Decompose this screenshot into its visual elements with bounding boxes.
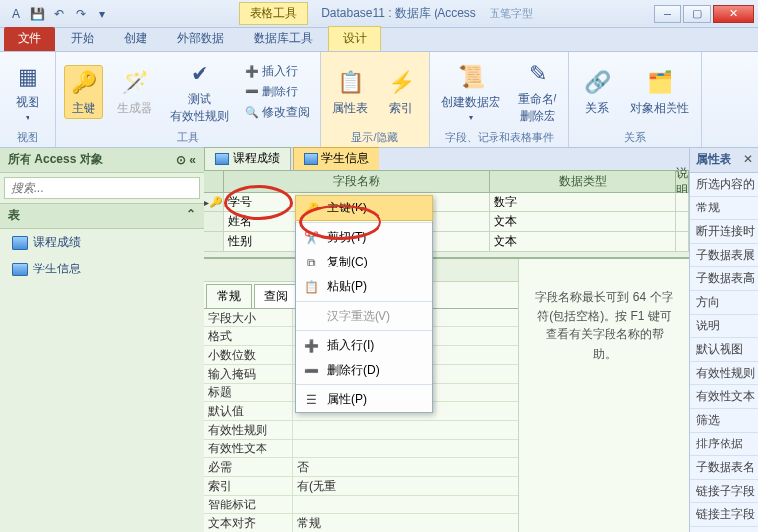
builder-button[interactable]: 🪄生成器 [113, 65, 156, 119]
propsheet-row[interactable]: 说明 [690, 315, 758, 338]
qat-dropdown-icon[interactable]: ▾ [92, 4, 112, 24]
delete-row-icon: ➖ [302, 364, 320, 378]
ctx-delete-row[interactable]: ➖删除行(D) [296, 358, 432, 383]
group-tools: 工具 [177, 128, 199, 147]
fp-row[interactable]: 有效性规则 [204, 421, 518, 440]
field-row[interactable]: 姓名 文本 [204, 212, 689, 232]
fp-row[interactable]: 索引有(无重 [204, 477, 518, 496]
properties-icon: ☰ [302, 393, 320, 407]
row-selector[interactable] [204, 232, 224, 251]
ctx-label: 插入行(I) [327, 337, 374, 354]
ctx-copy[interactable]: ⧉复制(C) [296, 250, 432, 274]
propsheet-row[interactable]: 方向 [690, 291, 758, 315]
data-type-cell[interactable]: 数字 [490, 193, 676, 211]
fp-value[interactable]: 有(无重 [293, 477, 518, 495]
propsheet-row[interactable]: 筛选 [690, 409, 758, 433]
delete-rows-button[interactable]: ➖删除行 [243, 83, 312, 101]
propsheet-row[interactable]: 有效性文本 [690, 385, 758, 409]
propsheet-row[interactable]: 子数据表名 [690, 456, 758, 480]
ctx-properties[interactable]: ☰属性(P) [296, 387, 432, 412]
datasheet-icon: ▦ [12, 61, 43, 92]
ctx-paste[interactable]: 📋粘贴(P) [296, 274, 432, 299]
fp-value[interactable]: 常规 [293, 514, 518, 532]
field-row[interactable]: 性别 文本 [204, 232, 689, 252]
fp-row[interactable]: 文本对齐常规 [204, 514, 518, 532]
description-cell[interactable] [676, 193, 689, 211]
create-data-macro-button[interactable]: 📜创建数据宏▾ [437, 59, 504, 124]
propsheet-row[interactable]: 链接主字段 [690, 503, 758, 527]
description-cell[interactable] [676, 212, 689, 231]
nav-title: 所有 Access 对象 [8, 151, 103, 168]
relationships-button[interactable]: 🔗关系 [577, 65, 616, 119]
ctx-primary-key[interactable]: 🔑主键(K) [295, 195, 433, 221]
object-tab-courses[interactable]: 课程成绩 [204, 147, 291, 170]
tab-external-data[interactable]: 外部数据 [163, 27, 238, 51]
description-cell[interactable] [676, 232, 689, 251]
insert-rows-button[interactable]: ➕插入行 [243, 62, 312, 81]
propsheet-row[interactable]: 断开连接时 [690, 220, 758, 244]
field-row[interactable]: 🔑 学号 数字 [204, 193, 689, 212]
fp-tab-lookup[interactable]: 查阅 [254, 284, 299, 308]
nav-item-students[interactable]: 学生信息 [0, 256, 204, 282]
propsheet-row[interactable]: 子数据表高 [690, 267, 758, 291]
redo-icon[interactable]: ↷ [71, 4, 90, 24]
fp-tab-general[interactable]: 常规 [206, 284, 252, 308]
fp-row[interactable]: 智能标记 [204, 496, 518, 514]
close-button[interactable]: ✕ [713, 5, 754, 23]
primary-key-button[interactable]: 🔑主键 [64, 65, 103, 119]
col-data-type: 数据类型 [490, 171, 676, 192]
propsheet-row[interactable]: 链接子字段 [690, 480, 758, 503]
fp-label: 文本对齐 [204, 514, 293, 532]
fp-value[interactable] [293, 440, 518, 457]
fp-value[interactable] [293, 496, 518, 513]
view-button[interactable]: ▦视图▾ [8, 59, 47, 124]
propsheet-row[interactable]: 加载时的筛 [690, 527, 758, 532]
ctx-insert-row[interactable]: ➕插入行(I) [296, 333, 432, 358]
propsheet-row[interactable]: 默认视图 [690, 338, 758, 362]
macro-icon: 📜 [455, 61, 487, 92]
lookup-icon: 🔍 [245, 105, 259, 119]
rename-delete-macro-button[interactable]: ✎重命名/ 删除宏 [514, 56, 560, 127]
table-icon [12, 236, 28, 250]
group-showhide: 显示/隐藏 [351, 128, 397, 147]
fp-value[interactable]: 否 [293, 458, 518, 476]
fp-row[interactable]: 有效性文本 [204, 440, 518, 458]
data-type-cell[interactable]: 文本 [490, 212, 676, 231]
tab-design[interactable]: 设计 [328, 26, 381, 51]
undo-icon[interactable]: ↶ [49, 4, 69, 24]
ctx-cut[interactable]: ✂️剪切(T) [296, 225, 432, 250]
group-views: 视图 [17, 128, 38, 147]
maximize-button[interactable]: ▢ [683, 5, 711, 23]
row-selector[interactable] [204, 212, 224, 231]
indexes-button[interactable]: ⚡索引 [381, 65, 421, 119]
minimize-button[interactable]: ─ [654, 5, 681, 23]
propsheet-row[interactable]: 常规 [690, 197, 758, 220]
test-rules-button[interactable]: ✔︎测试 有效性规则 [166, 56, 233, 127]
search-input[interactable] [4, 177, 200, 199]
nav-header[interactable]: 所有 Access 对象 ⊙ « [0, 148, 204, 173]
ribbon-tabs: 文件 开始 创建 外部数据 数据库工具 设计 [0, 28, 758, 51]
tab-file[interactable]: 文件 [4, 27, 55, 51]
fp-row[interactable]: 必需否 [204, 458, 518, 477]
propsheet-row[interactable]: 有效性规则 [690, 362, 758, 385]
data-type-cell[interactable]: 文本 [490, 232, 676, 251]
access-app-icon[interactable]: A [6, 4, 26, 24]
nav-group-tables[interactable]: 表 ⌃ [0, 203, 204, 229]
tab-home[interactable]: 开始 [57, 27, 108, 51]
row-selector[interactable]: 🔑 [204, 193, 224, 211]
fp-value[interactable] [293, 421, 518, 439]
close-tab-button[interactable]: ✕ [740, 151, 756, 167]
object-tab-students[interactable]: 学生信息 [293, 147, 379, 170]
nav-collapse-icon[interactable]: ⊙ « [176, 153, 196, 167]
save-icon[interactable]: 💾 [28, 4, 47, 24]
propsheet-row[interactable]: 子数据表展 [690, 244, 758, 267]
property-sheet-button[interactable]: 📋属性表 [328, 65, 372, 119]
object-dependencies-button[interactable]: 🗂️对象相关性 [626, 65, 693, 119]
nav-item-courses[interactable]: 课程成绩 [0, 229, 204, 256]
fp-label: 智能标记 [204, 496, 293, 513]
propsheet-row[interactable]: 排序依据 [690, 433, 758, 456]
window-title: Database11 : 数据库 (Access [321, 5, 476, 22]
tab-create[interactable]: 创建 [110, 27, 161, 51]
tab-db-tools[interactable]: 数据库工具 [240, 27, 326, 51]
modify-lookups-button[interactable]: 🔍修改查阅 [243, 103, 312, 122]
